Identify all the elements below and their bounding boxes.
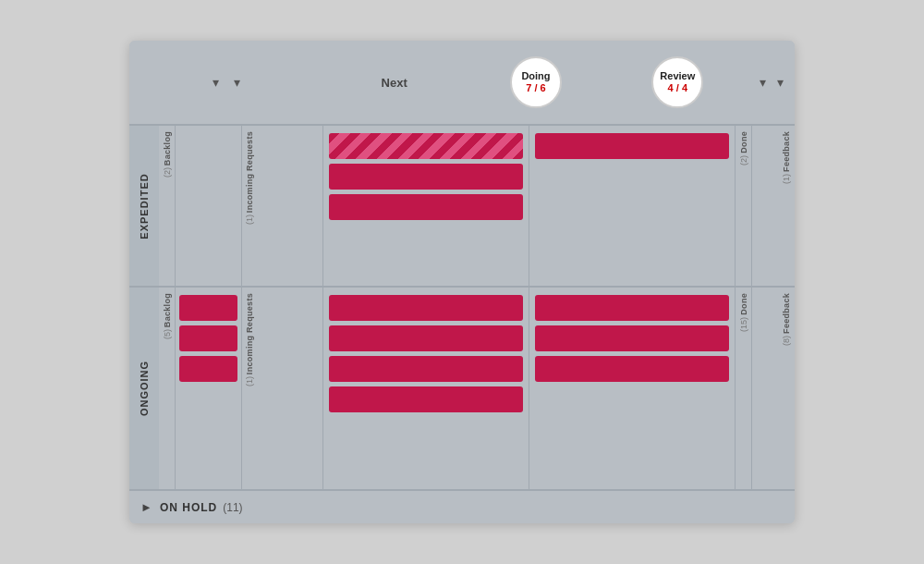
feedback-label-expedited: Feedback (1): [778, 126, 795, 286]
incoming-text-ongoing: Incoming Requests: [245, 293, 254, 374]
backlog-count-ongoing: (5): [163, 329, 172, 339]
collapse-right-1[interactable]: ▾: [756, 73, 770, 92]
swimlane-inner-ongoing: Backlog (5) Incoming Requests (1): [159, 288, 795, 489]
incoming-text-expedited: Incoming Requests: [245, 131, 254, 213]
card[interactable]: [329, 356, 523, 382]
card[interactable]: [535, 133, 729, 159]
feedback-count-expedited: (1): [782, 174, 791, 184]
card[interactable]: [329, 194, 523, 220]
incoming-count-expedited: (1): [245, 215, 254, 225]
done-cards-ongoing: [752, 288, 778, 489]
card[interactable]: [179, 356, 237, 382]
review-col-expedited: [529, 126, 736, 286]
card[interactable]: [535, 295, 729, 321]
collapse-left-2[interactable]: ▾: [230, 73, 244, 92]
feedback-text-expedited: Feedback: [782, 131, 791, 172]
onhold-label: ON HOLD: [160, 501, 217, 514]
feedback-label-ongoing: Feedback (8): [778, 288, 795, 489]
done-count-ongoing: (15): [739, 317, 748, 332]
backlog-text-ongoing: Backlog: [163, 293, 172, 327]
done-text-ongoing: Done: [739, 293, 748, 315]
onhold-count: (11): [223, 501, 242, 514]
card[interactable]: [329, 325, 523, 351]
review-wip-badge: Review 4 / 4: [651, 56, 703, 108]
incoming-cards-ongoing: [258, 288, 323, 489]
card[interactable]: [329, 164, 523, 190]
header-spacer: ▾ ▾: [129, 73, 323, 92]
review-col-ongoing: [529, 288, 736, 489]
incoming-cards-expedited: [258, 126, 323, 286]
feedback-count-ongoing: (8): [782, 336, 791, 346]
doing-col-ongoing: [323, 288, 529, 489]
card[interactable]: [329, 386, 523, 412]
done-label-ongoing: Done (15): [736, 288, 752, 489]
swimlane-label-wrap-ongoing: ONGOING: [129, 288, 159, 489]
doing-wip-count: 7 / 6: [526, 82, 545, 94]
doing-col-expedited: [323, 126, 529, 286]
col-header-review: Review 4 / 4: [607, 41, 748, 124]
swimlane-ongoing: ONGOING Backlog (5) Incoming Requests (1…: [129, 286, 795, 489]
header-row: ▾ ▾ Next Doing 7 / 6 Review 4 / 4 ▾ ▾: [129, 41, 795, 124]
card[interactable]: [179, 295, 237, 321]
feedback-text-ongoing: Feedback: [782, 293, 791, 334]
swimlane-label-ongoing: ONGOING: [139, 361, 150, 416]
incoming-count-ongoing: (1): [245, 376, 254, 386]
backlog-cards-ongoing: [176, 288, 241, 489]
done-label-expedited: Done (2): [736, 126, 752, 286]
card[interactable]: [535, 356, 729, 382]
kanban-board: ▾ ▾ Next Doing 7 / 6 Review 4 / 4 ▾ ▾: [129, 41, 795, 523]
backlog-label-expedited: Backlog (2): [159, 126, 176, 286]
doing-label: Doing: [521, 70, 550, 82]
next-col-expedited: Backlog (2) Incoming Requests (1): [159, 126, 323, 286]
done-cards-expedited: [752, 126, 778, 286]
onhold-expand-icon[interactable]: ►: [140, 500, 152, 514]
col-label-next: Next: [382, 76, 407, 90]
col-header-doing: Doing 7 / 6: [465, 41, 606, 124]
backlog-count-expedited: (2): [163, 167, 172, 178]
card[interactable]: [329, 295, 523, 321]
col-header-next: Next: [323, 41, 465, 124]
swimlane-label-expedited: EXPEDITED: [139, 173, 150, 239]
review-label: Review: [660, 70, 695, 82]
collapse-left-1[interactable]: ▾: [209, 73, 223, 92]
card[interactable]: [179, 325, 237, 351]
backlog-cards-expedited: [176, 126, 241, 286]
doing-wip-badge: Doing 7 / 6: [510, 56, 562, 108]
next-col-ongoing: Backlog (5) Incoming Requests (1): [159, 288, 323, 489]
onhold-row: ► ON HOLD (11): [129, 489, 795, 523]
done-text-expedited: Done: [739, 131, 748, 153]
swimlane-inner-expedited: Backlog (2) Incoming Requests (1): [159, 126, 795, 286]
collapse-right-2[interactable]: ▾: [773, 73, 787, 92]
backlog-text-expedited: Backlog: [163, 131, 172, 166]
card[interactable]: [329, 133, 523, 159]
incoming-label-ongoing: Incoming Requests (1): [241, 288, 258, 489]
review-wip-count: 4 / 4: [668, 82, 687, 94]
card[interactable]: [535, 325, 729, 351]
swimlane-label-wrap-expedited: EXPEDITED: [129, 126, 159, 286]
right-chevrons: ▾ ▾: [748, 73, 795, 92]
incoming-label-expedited: Incoming Requests (1): [241, 126, 258, 286]
swimlane-expedited: EXPEDITED Backlog (2) Incoming Requests …: [129, 124, 795, 286]
done-count-expedited: (2): [739, 155, 748, 166]
backlog-label-ongoing: Backlog (5): [159, 288, 176, 489]
